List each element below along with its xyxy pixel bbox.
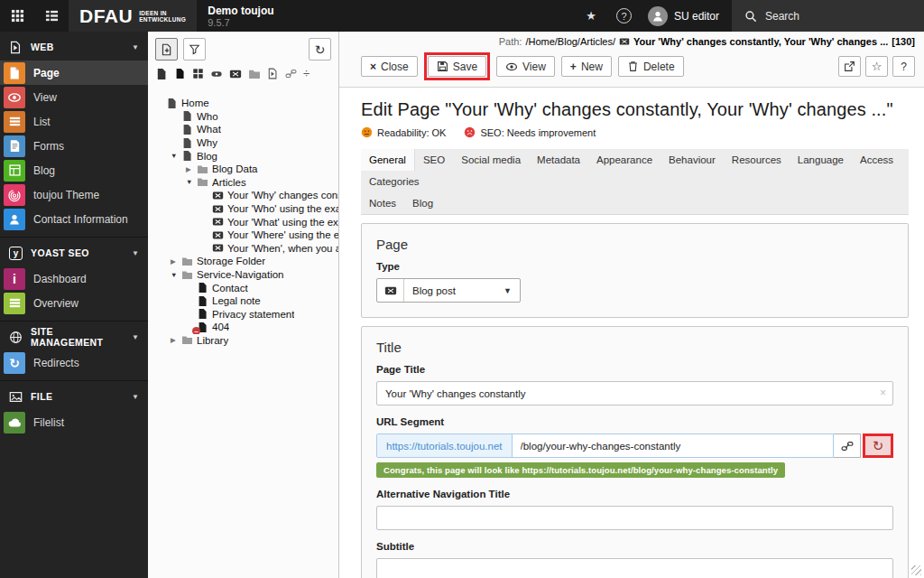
tab[interactable]: Blog bbox=[404, 192, 441, 214]
section-header-yoast-seo[interactable]: y YOAST SEO ▼ bbox=[0, 239, 148, 266]
pagetree-item[interactable]: Who bbox=[153, 110, 338, 124]
refresh-icon: ↻ bbox=[873, 439, 884, 452]
drag-blogpost-icon[interactable] bbox=[229, 68, 242, 80]
tab[interactable]: Metadata bbox=[529, 149, 588, 171]
expand-toggle-icon[interactable] bbox=[186, 178, 196, 186]
tab[interactable]: SEO bbox=[415, 149, 453, 171]
global-search[interactable]: Search bbox=[732, 0, 924, 32]
clear-input-icon[interactable]: × bbox=[880, 387, 886, 399]
pagetree-item[interactable]: Storage Folder bbox=[153, 255, 338, 268]
drag-folder-icon[interactable] bbox=[248, 68, 261, 80]
section-header-site-management[interactable]: SITE MANAGEMENT ▼ bbox=[0, 323, 148, 350]
tab[interactable]: Language bbox=[790, 149, 852, 171]
tab[interactable]: Notes bbox=[361, 192, 404, 214]
tab[interactable]: General bbox=[361, 149, 415, 171]
drag-capsule-icon[interactable] bbox=[210, 68, 223, 80]
url-prefix[interactable]: https://tutorials.toujou.net bbox=[377, 434, 513, 457]
sidebar-item-overview[interactable]: Overview bbox=[0, 291, 148, 315]
pagetree-item[interactable]: What bbox=[153, 123, 338, 136]
pagetree-item[interactable]: Home bbox=[153, 97, 338, 110]
sidebar-item-contact-information[interactable]: Contact Information bbox=[0, 207, 148, 231]
pagetree-item[interactable]: Your 'What' using the example of a bbox=[153, 215, 338, 228]
pagetree-item[interactable]: Library bbox=[153, 334, 338, 348]
pagetree-item[interactable]: Your 'Where' using the example of bbox=[153, 228, 338, 242]
sidebar-item-toujou-theme[interactable]: toujou Theme bbox=[0, 182, 148, 207]
view-button[interactable]: View bbox=[496, 56, 555, 77]
drag-blank-page-icon[interactable] bbox=[174, 68, 186, 79]
page-title-input[interactable] bbox=[376, 381, 893, 406]
pagetree-item[interactable]: Blog bbox=[153, 149, 338, 163]
close-button[interactable]: × Close bbox=[361, 56, 418, 77]
modules-grid-icon[interactable] bbox=[0, 0, 34, 32]
type-label: Type bbox=[376, 261, 893, 272]
drag-layout-grid-icon[interactable] bbox=[192, 68, 204, 79]
pagetree-toggle-icon[interactable] bbox=[34, 0, 69, 32]
subtitle-input[interactable] bbox=[376, 558, 893, 578]
drag-link-icon[interactable] bbox=[285, 68, 297, 79]
tab[interactable]: Appearance bbox=[588, 149, 661, 171]
sidebar-item-dashboard[interactable]: i Dashboard bbox=[0, 266, 148, 291]
select-caret-icon: ▼ bbox=[504, 286, 512, 295]
username: SU editor bbox=[674, 10, 719, 23]
alt-nav-title-input[interactable] bbox=[376, 506, 893, 530]
save-button[interactable]: Save bbox=[428, 56, 486, 77]
url-segment-input[interactable] bbox=[513, 434, 834, 457]
tab[interactable]: Access bbox=[852, 149, 901, 171]
sidebar-item-blog[interactable]: Blog bbox=[0, 158, 148, 182]
trash-icon bbox=[627, 61, 639, 72]
new-button[interactable]: + New bbox=[561, 56, 612, 77]
pagetree-item[interactable]: Service-Navigation bbox=[153, 268, 338, 282]
pagetree-item[interactable]: Articles bbox=[153, 176, 338, 190]
drag-shortcut-icon[interactable] bbox=[267, 68, 279, 79]
pagetree-item[interactable]: Privacy statement bbox=[153, 308, 338, 322]
sidebar-item-page[interactable]: Page bbox=[0, 61, 148, 85]
expand-toggle-icon[interactable] bbox=[171, 336, 180, 344]
url-toggle-edit-button[interactable] bbox=[834, 434, 861, 458]
tab[interactable]: Resources bbox=[724, 149, 790, 171]
drag-divider-icon[interactable]: ÷ bbox=[303, 67, 310, 80]
pagetree-item[interactable]: Blog Data bbox=[153, 163, 338, 176]
expand-toggle-icon[interactable] bbox=[171, 257, 180, 266]
bookmark-button[interactable]: ☆ bbox=[865, 56, 888, 77]
docheader-help-button[interactable]: ? bbox=[892, 56, 915, 77]
section-yoast: y YOAST SEO ▼ i Dashboard Overview bbox=[0, 237, 148, 321]
pagetree-item[interactable]: 404 bbox=[153, 321, 338, 334]
new-page-button[interactable] bbox=[155, 38, 178, 61]
pagetree-item[interactable]: Your 'Why' changes constantly bbox=[153, 189, 338, 202]
open-new-window-button[interactable] bbox=[838, 56, 861, 77]
url-recalculate-button[interactable]: ↻ bbox=[865, 436, 891, 455]
pagetree-item[interactable]: Why bbox=[153, 136, 338, 150]
expand-toggle-icon[interactable] bbox=[171, 271, 180, 279]
section-header-file[interactable]: FILE ▼ bbox=[0, 383, 148, 410]
url-segment-group: https://tutorials.toujou.net ↻ bbox=[376, 434, 893, 458]
user-menu[interactable]: SU editor bbox=[641, 0, 732, 32]
doc-header: Path: /Home/Blog/Articles/ Your 'Why' ch… bbox=[339, 32, 924, 88]
sidebar-item-forms[interactable]: Forms bbox=[0, 134, 148, 158]
help-icon[interactable]: ? bbox=[607, 0, 641, 32]
page-type-select[interactable]: Blog post ▼ bbox=[404, 279, 520, 302]
page-tree-panel: ↻ ÷ Hom bbox=[148, 32, 339, 578]
edit-form: Edit Page "Your 'Why' changes constantly… bbox=[339, 88, 924, 578]
bookmark-star-icon[interactable]: ★ bbox=[575, 0, 607, 32]
sidebar-item-redirects[interactable]: ↻ Redirects bbox=[0, 350, 148, 375]
filter-button[interactable] bbox=[183, 38, 206, 61]
delete-button[interactable]: Delete bbox=[618, 56, 684, 77]
refresh-tree-button[interactable]: ↻ bbox=[309, 38, 331, 61]
tab[interactable]: Categories bbox=[361, 171, 428, 192]
dfau-logo: DFAU IDEEN INENTWICKLUNG bbox=[69, 0, 197, 32]
pagetree-item[interactable]: Your 'Who' using the example of yo bbox=[153, 202, 338, 216]
pagetree-item[interactable]: Your 'When', when you are ready bbox=[153, 242, 338, 256]
sidebar-item-filelist[interactable]: Filelist bbox=[0, 410, 148, 434]
sidebar-item-list[interactable]: List bbox=[0, 109, 148, 134]
sidebar-item-view[interactable]: View bbox=[0, 85, 148, 109]
tab[interactable]: Social media bbox=[453, 149, 529, 171]
expand-toggle-icon[interactable] bbox=[186, 165, 196, 173]
pagetree-item[interactable]: Contact bbox=[153, 281, 338, 294]
resize-handle[interactable] bbox=[911, 565, 921, 575]
expand-toggle-icon[interactable] bbox=[171, 152, 180, 160]
section-header-web[interactable]: WEB ▼ bbox=[0, 33, 148, 61]
drag-page-icon[interactable] bbox=[155, 68, 168, 80]
search-icon bbox=[744, 10, 757, 23]
tab[interactable]: Behaviour bbox=[661, 149, 724, 171]
pagetree-item[interactable]: Legal note bbox=[153, 294, 338, 308]
